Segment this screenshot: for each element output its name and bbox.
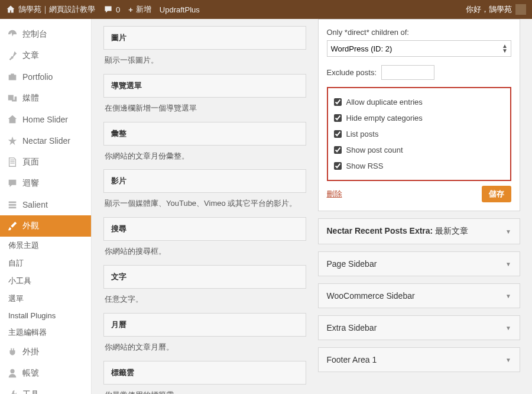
page-icon [7,157,18,167]
chk-hide-empty[interactable] [334,114,342,122]
widget-desc: 你網站的搜尋框。 [103,241,306,258]
wrench-icon [7,389,18,394]
widget-item[interactable]: 文字 [103,265,306,289]
submenu-customize[interactable]: 自訂 [0,254,91,272]
children-label: Only *direct* children of: [327,28,512,37]
pin-icon [7,50,18,61]
chk-duplicate[interactable] [334,98,342,106]
widget-item[interactable]: 影片 [103,169,306,193]
submenu-themes[interactable]: 佈景主題 [0,237,91,254]
widget-item[interactable]: 導覽選單 [103,74,306,98]
available-widgets: 圖片顯示一張圖片。導覽選單在側邊欄新增一個導覽選單彙整你網站的文章月份彙整。影片… [103,19,306,394]
menu-plugins[interactable]: 外掛 [0,341,91,363]
chk-show-count[interactable] [334,146,342,154]
widget-desc: 你網站的文章月份彙整。 [103,146,306,163]
widget-desc: 你最常使用的標籤雲。 [103,385,306,394]
comment-icon [103,5,113,14]
menu-portfolio[interactable]: Portfolio [0,66,91,88]
menu-users[interactable]: 帳號 [0,363,91,384]
children-select[interactable]: WordPress (ID: 2) [327,40,512,57]
chk-list-posts[interactable] [334,130,342,138]
sidebar-page[interactable]: Page Sidebar▼ [318,251,521,276]
widget-desc: 你網站的文章月曆。 [103,337,306,354]
submenu-install-plugins[interactable]: Install Plugins [0,308,91,324]
menu-pages[interactable]: 頁面 [0,151,91,173]
chevron-down-icon: ▼ [505,325,511,331]
menu-tools[interactable]: 工具 [0,384,91,394]
checkbox-group: Allow duplicate entries Hide empty categ… [327,87,512,181]
menu-posts[interactable]: 文章 [0,45,91,66]
sidebar-areas: Only *direct* children of: WordPress (ID… [318,19,521,394]
site-link[interactable]: 鵠學苑｜網頁設計教學 [6,4,95,15]
widget-recent-posts[interactable]: Nectar Recent Posts Extra: 最新文章 ▼ [318,218,521,244]
brush-icon [7,221,18,231]
chevron-down-icon: ▼ [505,357,511,363]
save-button[interactable]: 儲存 [482,186,511,202]
widget-item[interactable]: 標籤雲 [103,361,306,385]
salient-icon [7,199,18,210]
menu-salient[interactable]: Salient [0,194,91,215]
menu-media[interactable]: 媒體 [0,88,91,109]
submenu-editor[interactable]: 主題編輯器 [0,324,91,341]
chevron-down-icon: ▼ [505,293,511,299]
plug-icon [7,347,18,357]
widget-desc: 任意文字。 [103,289,306,306]
home-icon [6,5,15,14]
greeting-text: 你好，鵠學苑 [466,4,512,15]
add-new-link[interactable]: + 新增 [128,4,151,15]
updraft-link[interactable]: UpdraftPlus [160,5,200,14]
chevron-down-icon: ▼ [505,261,511,267]
menu-home-slider[interactable]: Home Slider [0,109,91,130]
exclude-input[interactable] [381,65,434,80]
admin-sidebar: 控制台 文章 Portfolio 媒體 Home Slider Nectar S… [0,19,92,394]
comment-icon [7,178,18,189]
chevron-down-icon: ▼ [505,228,511,235]
exclude-label: Exclude posts: [327,68,377,77]
admin-topbar: 鵠學苑｜網頁設計教學 0 + 新增 UpdraftPlus 你好，鵠學苑 [0,0,532,19]
sidebar-extra[interactable]: Extra Sidebar▼ [318,315,521,340]
avatar [515,4,526,15]
menu-comments[interactable]: 迴響 [0,173,91,194]
widget-item[interactable]: 彙整 [103,122,306,146]
submenu-menus[interactable]: 選單 [0,290,91,308]
comments-link[interactable]: 0 [103,5,120,14]
widget-item[interactable]: 月曆 [103,313,306,337]
menu-appearance[interactable]: 外觀 [0,215,91,237]
media-icon [7,93,18,104]
widget-desc: 在側邊欄新增一個導覽選單 [103,98,306,115]
star-icon [7,135,18,146]
dashboard-icon [7,29,18,40]
portfolio-icon [7,72,18,82]
widget-desc: 顯示一張圖片。 [103,50,306,67]
submenu-widgets[interactable]: 小工具 [0,272,91,290]
user-icon [7,368,18,379]
menu-dashboard[interactable]: 控制台 [0,24,91,45]
site-title: 鵠學苑｜網頁設計教學 [18,4,95,15]
plus-icon: + [128,5,133,14]
widget-item[interactable]: 搜尋 [103,217,306,241]
widget-settings-panel: Only *direct* children of: WordPress (ID… [318,19,521,211]
menu-nectar-slider[interactable]: Nectar Slider [0,130,91,151]
widget-item[interactable]: 圖片 [103,26,306,50]
chk-show-rss[interactable] [334,162,342,170]
sidebar-footer1[interactable]: Footer Area 1▼ [318,347,521,372]
comments-count: 0 [116,5,120,14]
home-icon [7,114,18,125]
account-menu[interactable]: 你好，鵠學苑 [466,4,526,15]
widget-desc: 顯示一個媒體庫、YouTube、Vimeo 或其它平台的影片。 [103,193,306,210]
sidebar-woo[interactable]: WooCommerce Sidebar▼ [318,283,521,308]
delete-link[interactable]: 刪除 [327,189,342,199]
add-new-label: 新增 [136,4,151,15]
